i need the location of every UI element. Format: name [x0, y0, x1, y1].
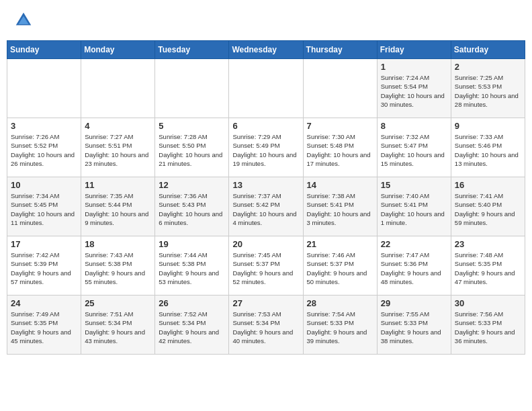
day-number: 4	[85, 121, 151, 131]
calendar-cell: 6Sunrise: 7:29 AM Sunset: 5:49 PM Daylig…	[229, 118, 303, 177]
calendar-cell: 18Sunrise: 7:43 AM Sunset: 5:38 PM Dayli…	[81, 236, 155, 295]
calendar-cell: 30Sunrise: 7:56 AM Sunset: 5:33 PM Dayli…	[451, 295, 525, 355]
calendar-cell: 15Sunrise: 7:40 AM Sunset: 5:41 PM Dayli…	[377, 177, 451, 236]
calendar-cell	[303, 59, 377, 118]
day-info: Sunrise: 7:43 AM Sunset: 5:38 PM Dayligh…	[85, 250, 151, 286]
day-info: Sunrise: 7:33 AM Sunset: 5:46 PM Dayligh…	[455, 132, 521, 168]
day-info: Sunrise: 7:28 AM Sunset: 5:50 PM Dayligh…	[159, 132, 225, 168]
calendar-week-row: 17Sunrise: 7:42 AM Sunset: 5:39 PM Dayli…	[7, 236, 525, 295]
logo-icon	[13, 10, 34, 30]
day-number: 6	[232, 121, 299, 131]
calendar-cell	[155, 59, 229, 118]
day-number: 16	[455, 180, 521, 190]
day-number: 18	[85, 239, 151, 249]
day-info: Sunrise: 7:49 AM Sunset: 5:35 PM Dayligh…	[11, 310, 77, 345]
day-number: 14	[307, 180, 373, 190]
day-info: Sunrise: 7:48 AM Sunset: 5:35 PM Dayligh…	[455, 250, 521, 286]
day-info: Sunrise: 7:53 AM Sunset: 5:34 PM Dayligh…	[232, 310, 299, 345]
day-number: 9	[455, 121, 521, 131]
day-number: 27	[232, 298, 299, 308]
calendar-cell: 10Sunrise: 7:34 AM Sunset: 5:45 PM Dayli…	[7, 177, 81, 236]
day-info: Sunrise: 7:46 AM Sunset: 5:37 PM Dayligh…	[307, 250, 373, 286]
day-info: Sunrise: 7:41 AM Sunset: 5:40 PM Dayligh…	[455, 191, 521, 227]
calendar-cell: 5Sunrise: 7:28 AM Sunset: 5:50 PM Daylig…	[155, 118, 229, 177]
day-number: 2	[455, 62, 521, 72]
calendar-week-row: 3Sunrise: 7:26 AM Sunset: 5:52 PM Daylig…	[7, 118, 525, 177]
day-info: Sunrise: 7:51 AM Sunset: 5:34 PM Dayligh…	[85, 310, 151, 345]
day-number: 11	[85, 180, 151, 190]
calendar-cell: 22Sunrise: 7:47 AM Sunset: 5:36 PM Dayli…	[377, 236, 451, 295]
day-number: 13	[232, 180, 299, 190]
calendar-cell	[229, 59, 303, 118]
day-info: Sunrise: 7:34 AM Sunset: 5:45 PM Dayligh…	[11, 191, 77, 227]
calendar-cell: 26Sunrise: 7:52 AM Sunset: 5:34 PM Dayli…	[155, 295, 229, 355]
calendar-cell: 24Sunrise: 7:49 AM Sunset: 5:35 PM Dayli…	[7, 295, 81, 355]
day-number: 3	[11, 121, 77, 131]
day-info: Sunrise: 7:32 AM Sunset: 5:47 PM Dayligh…	[381, 132, 447, 168]
day-info: Sunrise: 7:26 AM Sunset: 5:52 PM Dayligh…	[11, 132, 77, 168]
day-number: 25	[85, 298, 151, 308]
day-info: Sunrise: 7:40 AM Sunset: 5:41 PM Dayligh…	[381, 191, 447, 227]
day-info: Sunrise: 7:55 AM Sunset: 5:33 PM Dayligh…	[381, 310, 447, 345]
day-info: Sunrise: 7:24 AM Sunset: 5:54 PM Dayligh…	[381, 73, 447, 109]
day-number: 15	[381, 180, 447, 190]
day-info: Sunrise: 7:52 AM Sunset: 5:34 PM Dayligh…	[159, 310, 225, 345]
calendar-cell: 21Sunrise: 7:46 AM Sunset: 5:37 PM Dayli…	[303, 236, 377, 295]
calendar-header-monday: Monday	[81, 41, 155, 59]
day-info: Sunrise: 7:38 AM Sunset: 5:41 PM Dayligh…	[307, 191, 373, 227]
day-info: Sunrise: 7:45 AM Sunset: 5:37 PM Dayligh…	[232, 250, 299, 286]
calendar-week-row: 10Sunrise: 7:34 AM Sunset: 5:45 PM Dayli…	[7, 177, 525, 236]
calendar-table: SundayMondayTuesdayWednesdayThursdayFrid…	[7, 40, 525, 355]
calendar-cell: 7Sunrise: 7:30 AM Sunset: 5:48 PM Daylig…	[303, 118, 377, 177]
calendar-header-sunday: Sunday	[7, 41, 81, 59]
calendar-cell: 12Sunrise: 7:36 AM Sunset: 5:43 PM Dayli…	[155, 177, 229, 236]
day-number: 20	[232, 239, 299, 249]
day-number: 10	[11, 180, 77, 190]
day-number: 30	[455, 298, 521, 308]
calendar-cell: 27Sunrise: 7:53 AM Sunset: 5:34 PM Dayli…	[229, 295, 303, 355]
day-number: 1	[381, 62, 447, 72]
calendar-cell: 29Sunrise: 7:55 AM Sunset: 5:33 PM Dayli…	[377, 295, 451, 355]
calendar-cell: 25Sunrise: 7:51 AM Sunset: 5:34 PM Dayli…	[81, 295, 155, 355]
calendar-cell: 8Sunrise: 7:32 AM Sunset: 5:47 PM Daylig…	[377, 118, 451, 177]
day-number: 17	[11, 239, 77, 249]
day-number: 23	[455, 239, 521, 249]
day-number: 21	[307, 239, 373, 249]
calendar-cell: 28Sunrise: 7:54 AM Sunset: 5:33 PM Dayli…	[303, 295, 377, 355]
day-number: 26	[159, 298, 225, 308]
calendar-cell: 4Sunrise: 7:27 AM Sunset: 5:51 PM Daylig…	[81, 118, 155, 177]
day-info: Sunrise: 7:37 AM Sunset: 5:42 PM Dayligh…	[232, 191, 299, 227]
day-number: 19	[159, 239, 225, 249]
logo	[13, 10, 36, 30]
day-number: 28	[307, 298, 373, 308]
calendar-cell: 13Sunrise: 7:37 AM Sunset: 5:42 PM Dayli…	[229, 177, 303, 236]
calendar-week-row: 24Sunrise: 7:49 AM Sunset: 5:35 PM Dayli…	[7, 295, 525, 355]
calendar-cell	[7, 59, 81, 118]
calendar-header-saturday: Saturday	[451, 41, 525, 59]
day-info: Sunrise: 7:30 AM Sunset: 5:48 PM Dayligh…	[307, 132, 373, 168]
calendar-cell: 2Sunrise: 7:25 AM Sunset: 5:53 PM Daylig…	[451, 59, 525, 118]
calendar-cell: 9Sunrise: 7:33 AM Sunset: 5:46 PM Daylig…	[451, 118, 525, 177]
day-info: Sunrise: 7:29 AM Sunset: 5:49 PM Dayligh…	[232, 132, 299, 168]
page-header	[7, 7, 525, 34]
day-info: Sunrise: 7:27 AM Sunset: 5:51 PM Dayligh…	[85, 132, 151, 168]
calendar-cell: 20Sunrise: 7:45 AM Sunset: 5:37 PM Dayli…	[229, 236, 303, 295]
calendar-header-friday: Friday	[377, 41, 451, 59]
calendar-header-thursday: Thursday	[303, 41, 377, 59]
day-info: Sunrise: 7:56 AM Sunset: 5:33 PM Dayligh…	[455, 310, 521, 345]
day-number: 29	[381, 298, 447, 308]
day-number: 8	[381, 121, 447, 131]
calendar-header-row: SundayMondayTuesdayWednesdayThursdayFrid…	[7, 41, 525, 59]
day-number: 7	[307, 121, 373, 131]
calendar-header-tuesday: Tuesday	[155, 41, 229, 59]
day-info: Sunrise: 7:44 AM Sunset: 5:38 PM Dayligh…	[159, 250, 225, 286]
day-info: Sunrise: 7:47 AM Sunset: 5:36 PM Dayligh…	[381, 250, 447, 286]
calendar-cell: 11Sunrise: 7:35 AM Sunset: 5:44 PM Dayli…	[81, 177, 155, 236]
day-info: Sunrise: 7:25 AM Sunset: 5:53 PM Dayligh…	[455, 73, 521, 109]
day-number: 24	[11, 298, 77, 308]
calendar-cell: 16Sunrise: 7:41 AM Sunset: 5:40 PM Dayli…	[451, 177, 525, 236]
calendar-cell: 23Sunrise: 7:48 AM Sunset: 5:35 PM Dayli…	[451, 236, 525, 295]
day-info: Sunrise: 7:42 AM Sunset: 5:39 PM Dayligh…	[11, 250, 77, 286]
calendar-cell: 1Sunrise: 7:24 AM Sunset: 5:54 PM Daylig…	[377, 59, 451, 118]
day-number: 5	[159, 121, 225, 131]
